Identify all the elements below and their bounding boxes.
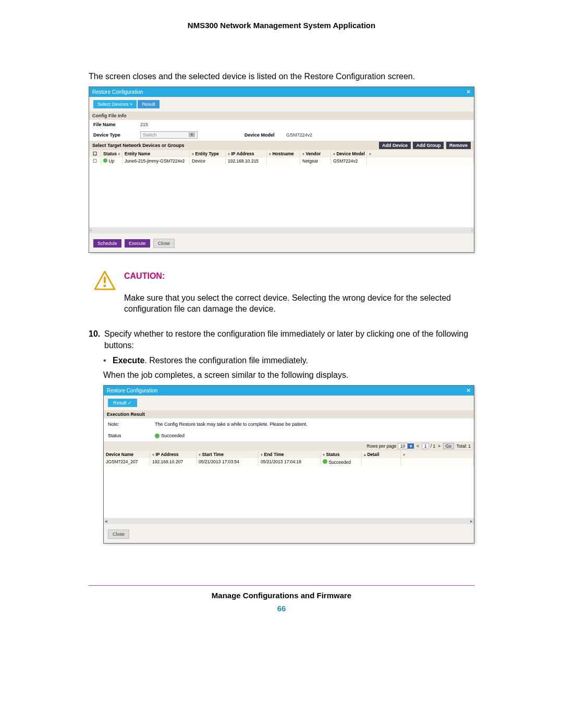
row-ip: 192.168.10.215 <box>226 157 267 165</box>
dialog-footer: Schedule Execute Close <box>89 233 474 252</box>
col-status[interactable]: ♦ Status <box>321 451 362 458</box>
pager-go-button[interactable]: Go <box>443 443 454 449</box>
document-header: NMS300 Network Management System Applica… <box>89 21 474 30</box>
close-button[interactable]: Close <box>108 529 129 539</box>
pager-next[interactable]: > <box>438 443 440 449</box>
col-device-model[interactable]: ♦ Device Model <box>331 150 367 157</box>
row-device-model: GSM7224v2 <box>331 157 367 165</box>
status-value: Succeeded <box>155 433 185 438</box>
table-row[interactable]: JGSM7224_207 192.168.10.207 05/21/2013 1… <box>104 458 474 466</box>
device-type-label: Device Type <box>93 132 140 138</box>
rows-per-page-label: Rows per page <box>366 443 396 449</box>
chevron-down-icon[interactable]: ▾ <box>408 443 414 449</box>
pager-page-input[interactable]: 1 <box>422 443 430 449</box>
col-start[interactable]: ♦ Start Time <box>197 451 259 458</box>
svg-rect-1 <box>104 276 106 283</box>
scroll-right-icon[interactable]: › <box>471 228 473 233</box>
file-name-label: File Name <box>93 122 140 127</box>
pager-total: Total: 1 <box>457 443 471 449</box>
row-ip: 192.168.10.207 <box>150 458 197 466</box>
horizontal-scrollbar[interactable]: ‹ › <box>89 227 474 233</box>
row-device-name: JGSM7224_207 <box>104 458 150 466</box>
col-status[interactable]: Status ♦ <box>101 150 123 157</box>
close-icon[interactable]: ✕ <box>466 387 471 394</box>
svg-point-2 <box>104 285 106 287</box>
col-ip-address[interactable]: ♦ IP Address <box>226 150 267 157</box>
row-start: 05/21/2013 17:03:54 <box>197 458 259 466</box>
device-model-value: GSM7224v2 <box>286 132 312 138</box>
document-footer: Manage Configurations and Firmware <box>0 591 563 600</box>
warning-triangle-icon <box>94 270 116 290</box>
table-empty-area <box>104 466 474 518</box>
row-status: Succeeded <box>321 458 362 466</box>
col-vendor[interactable]: ♦ Vendor <box>300 150 331 157</box>
chevron-down-icon: ▾ <box>189 132 195 137</box>
row-entity-type: Device <box>190 157 226 165</box>
dialog-titlebar: Restore Configuration ✕ <box>104 386 474 396</box>
col-hostname[interactable]: ♦ Hostname <box>267 150 300 157</box>
config-file-info-heading: Config File Info <box>89 112 474 120</box>
row-status: Up <box>101 157 123 165</box>
remove-button[interactable]: Remove <box>446 142 471 149</box>
device-type-value: Switch <box>143 132 157 138</box>
col-entity-name[interactable]: Entity Name <box>123 150 190 157</box>
col-checkbox[interactable]: ☐ <box>89 150 101 157</box>
select-target-label: Select Target Network Devices or Groups <box>92 143 184 148</box>
bullet-text: Execute. Restores the configuration file… <box>113 356 308 365</box>
restore-config-screenshot-1: Restore Configuration ✕ Select Devices >… <box>89 87 474 253</box>
footer-divider <box>89 585 474 586</box>
table-row[interactable]: ☐ Up June6-215-jimmy-GSM7224v2 Device 19… <box>89 157 474 165</box>
bullet-icon: • <box>103 356 113 365</box>
row-end: 05/21/2013 17:04:18 <box>259 458 321 466</box>
execute-button[interactable]: Execute <box>125 239 150 248</box>
caution-title: CAUTION: <box>124 272 165 290</box>
add-device-button[interactable]: Add Device <box>379 142 411 149</box>
wizard-tabs: Select Devices >Result <box>89 97 474 112</box>
intro-paragraph: The screen closes and the selected devic… <box>89 71 474 82</box>
col-entity-type[interactable]: ♦ Entity Type <box>190 150 226 157</box>
select-target-bar: Select Target Network Devices or Groups … <box>89 141 474 150</box>
pager-bar: Rows per page 10▾ < 1 / 1 > Go Total: 1 <box>104 441 474 451</box>
note-text: The Config Restore task may take a while… <box>155 422 308 427</box>
scroll-left-icon[interactable]: ◂ <box>105 519 107 524</box>
tab-result[interactable]: Result <box>138 100 160 108</box>
bullet-execute: • Execute. Restores the configuration fi… <box>103 356 474 365</box>
dialog-title: Restore Configuration <box>92 89 143 95</box>
col-end[interactable]: ♦ End Time <box>259 451 321 458</box>
schedule-button[interactable]: Schedule <box>93 239 121 248</box>
rows-per-page-value[interactable]: 10 <box>398 443 408 449</box>
caution-block: CAUTION: <box>89 268 474 290</box>
step-text: Specify whether to restore the configura… <box>104 328 474 351</box>
status-up-icon <box>103 158 107 163</box>
device-type-select[interactable]: Switch ▾ <box>140 131 198 139</box>
add-group-button[interactable]: Add Group <box>413 142 444 149</box>
table-empty-area <box>89 165 474 227</box>
page-number: 66 <box>0 604 563 613</box>
scroll-right-icon[interactable]: ▸ <box>470 519 473 524</box>
tab-select-devices[interactable]: Select Devices > <box>93 100 137 108</box>
dialog-titlebar: Restore Configuration ✕ <box>89 87 474 97</box>
col-detail[interactable]: ▴ Detail <box>362 451 401 458</box>
pager-prev[interactable]: < <box>417 443 419 449</box>
check-ok-icon <box>155 434 160 438</box>
note-label: Note: <box>108 422 155 427</box>
row-hostname <box>267 157 300 165</box>
horizontal-scrollbar[interactable]: ◂ ▸ <box>104 518 474 524</box>
check-ok-icon <box>323 459 327 464</box>
caution-body: Make sure that you select the correct de… <box>124 292 474 315</box>
row-checkbox[interactable]: ☐ <box>89 157 101 165</box>
note-row: Note: The Config Restore task may take a… <box>104 418 474 430</box>
step-10: 10. Specify whether to restore the confi… <box>89 328 474 351</box>
device-type-row: Device Type Switch ▾ Device Model GSM722… <box>89 129 474 141</box>
after-execute-text: When the job completes, a screen similar… <box>103 371 474 380</box>
close-icon[interactable]: ✕ <box>466 89 471 95</box>
tab-result[interactable]: Result ✓ <box>108 399 137 407</box>
col-ip[interactable]: ♦ IP Address <box>150 451 197 458</box>
row-vendor: Netgear <box>300 157 331 165</box>
pager-page-total: / 1 <box>431 443 435 449</box>
row-detail <box>362 458 401 466</box>
col-device-name[interactable]: Device Name <box>104 451 150 458</box>
dialog-footer: Close <box>104 524 474 543</box>
scroll-left-icon[interactable]: ‹ <box>90 228 92 233</box>
close-button[interactable]: Close <box>153 239 175 248</box>
